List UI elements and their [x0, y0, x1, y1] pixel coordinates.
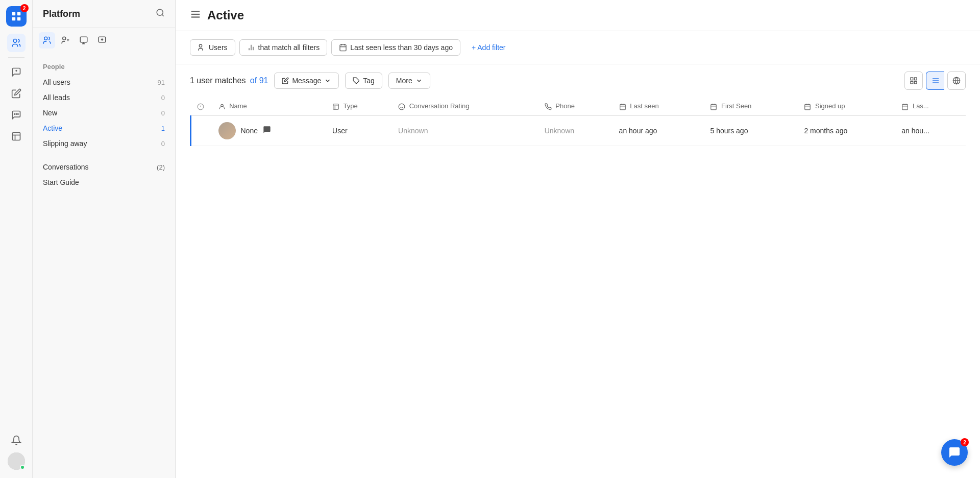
sidebar-start-guide[interactable]: Start Guide — [33, 175, 175, 190]
nav-icon-reports[interactable] — [7, 127, 26, 146]
filter-users-label: Users — [209, 43, 228, 52]
divider-1 — [8, 57, 24, 58]
nav-icon-inbox[interactable] — [7, 63, 26, 81]
svg-point-7 — [16, 114, 17, 115]
people-label: People — [33, 61, 175, 75]
svg-rect-15 — [80, 37, 87, 42]
row-first-seen: 5 hours ago — [704, 115, 798, 146]
conversations-label: Conversations — [43, 163, 89, 171]
table-row[interactable]: None User Unknown Unknown an hour ago 5 … — [191, 115, 966, 146]
col-last-seen-label: Last seen — [630, 102, 658, 110]
user-name: None — [241, 127, 258, 135]
user-avatar[interactable] — [8, 452, 25, 470]
message-button[interactable]: Message — [274, 73, 339, 89]
svg-rect-56 — [711, 104, 717, 110]
filter-last-seen-label: Last seen less than 30 days ago — [350, 43, 453, 52]
chat-widget-badge: 2 — [961, 438, 969, 446]
col-name[interactable]: Name — [212, 97, 327, 115]
filter-match-all[interactable]: that match all filters — [239, 39, 328, 56]
row-name[interactable]: None — [212, 115, 327, 146]
tag-button[interactable]: Tag — [345, 73, 382, 89]
col-conversation-rating[interactable]: Conversation Rating — [392, 97, 538, 115]
svg-rect-36 — [914, 81, 917, 84]
col-last-seen[interactable]: Last seen — [613, 97, 704, 115]
view-list-button[interactable] — [926, 71, 944, 90]
sidebar-item-all-users[interactable]: All users 91 — [33, 75, 175, 90]
svg-rect-60 — [805, 104, 811, 110]
svg-rect-46 — [333, 104, 339, 109]
app-badge: 2 — [20, 4, 29, 12]
filter-last-seen[interactable]: Last seen less than 30 days ago — [331, 39, 460, 56]
col-type-label: Type — [343, 102, 357, 110]
sidebar-item-count: 1 — [161, 125, 165, 132]
sidebar-item-label: All users — [43, 78, 70, 86]
user-avatar-cell — [218, 122, 236, 139]
message-label: Message — [292, 77, 321, 85]
col-name-label: Name — [229, 102, 247, 110]
svg-point-24 — [199, 44, 202, 47]
start-guide-label: Start Guide — [43, 178, 79, 186]
sidebar-item-label: Slipping away — [43, 139, 87, 148]
filter-bar: Users that match all filters Last seen l… — [176, 31, 980, 64]
sidebar-item-slipping-away[interactable]: Slipping away 0 — [33, 136, 175, 151]
col-type[interactable]: Type — [326, 97, 392, 115]
row-conversation-rating: Unknown — [392, 115, 538, 146]
add-filter-button[interactable]: + Add filter — [464, 40, 513, 55]
nav-icon-messages[interactable] — [7, 106, 26, 124]
online-indicator — [20, 465, 25, 470]
nav-icon-people[interactable] — [7, 34, 26, 52]
col-last-active-label: Las... — [913, 102, 929, 110]
sidebar-icon-messages[interactable] — [76, 32, 92, 49]
svg-rect-0 — [12, 12, 15, 15]
sidebar-icon-people[interactable] — [39, 32, 55, 49]
nav-icon-compose[interactable] — [7, 84, 26, 103]
sidebar-item-label: Active — [43, 124, 62, 132]
nav-icon-notifications[interactable] — [7, 431, 26, 449]
svg-rect-9 — [12, 133, 20, 140]
sidebar-item-all-leads[interactable]: All leads 0 — [33, 90, 175, 105]
svg-point-6 — [14, 114, 15, 115]
sidebar-icon-add-message[interactable] — [94, 32, 110, 49]
tag-label: Tag — [363, 77, 375, 85]
filter-match-label: that match all filters — [258, 43, 320, 52]
chat-widget[interactable]: 2 — [941, 439, 968, 466]
svg-rect-3 — [17, 17, 20, 20]
sidebar-conversations[interactable]: Conversations (2) — [33, 159, 175, 175]
col-last-active[interactable]: Las... — [895, 97, 966, 115]
svg-point-12 — [63, 37, 66, 40]
hamburger-icon[interactable] — [190, 9, 201, 22]
col-first-seen[interactable]: First Seen — [704, 97, 798, 115]
view-globe-button[interactable] — [947, 71, 966, 90]
sidebar-item-active[interactable]: Active 1 — [33, 121, 175, 136]
row-last-seen: an hour ago — [613, 115, 704, 146]
row-type: User — [326, 115, 392, 146]
filter-users[interactable]: Users — [190, 39, 235, 56]
svg-rect-2 — [12, 17, 15, 20]
sidebar-item-label: New — [43, 109, 57, 117]
table-header-row: Name Type Conversation Rating Phone — [191, 97, 966, 115]
sidebar-item-count: 91 — [158, 79, 165, 86]
svg-rect-28 — [340, 45, 346, 51]
sidebar-icon-add-segment[interactable] — [57, 32, 74, 49]
match-count: 1 user matches of 91 — [190, 76, 268, 85]
svg-rect-52 — [620, 104, 625, 110]
svg-rect-64 — [902, 104, 908, 110]
more-button[interactable]: More — [388, 73, 430, 89]
app-logo[interactable]: 2 — [6, 6, 27, 27]
col-conversation-rating-label: Conversation Rating — [409, 102, 470, 110]
row-phone: Unknown — [538, 115, 613, 146]
topbar: Active — [176, 0, 980, 31]
svg-point-4 — [13, 39, 17, 43]
sidebar-header: Platform — [33, 0, 175, 28]
sidebar-item-new[interactable]: New 0 — [33, 105, 175, 121]
toolbar-right — [904, 71, 966, 90]
table-wrapper: Name Type Conversation Rating Phone — [176, 97, 980, 478]
col-phone[interactable]: Phone — [538, 97, 613, 115]
page-title: Active — [207, 8, 244, 22]
col-phone-label: Phone — [555, 102, 575, 110]
search-icon[interactable] — [156, 8, 165, 19]
view-grid-button[interactable] — [904, 71, 923, 90]
col-signed-up[interactable]: Signed up — [798, 97, 895, 115]
col-first-seen-label: First Seen — [721, 102, 751, 110]
col-info — [191, 97, 212, 115]
